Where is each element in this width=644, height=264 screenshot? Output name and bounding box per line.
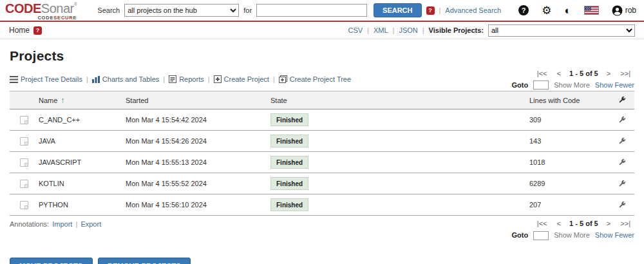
gear-icon[interactable]: ⚙ [542,5,551,16]
visible-projects-select[interactable]: all [488,24,635,37]
table-row: JAVASCRIPT Mon Mar 4 15:55:13 2024 Finis… [10,152,634,173]
page-title: Projects [10,48,634,64]
page-range-label: 1 - 5 of 5 [567,220,601,227]
row-checkbox[interactable] [20,116,28,124]
project-started: Mon Mar 4 15:54:42 2024 [126,116,270,124]
search-input[interactable] [256,4,367,17]
goto-label: Goto [512,80,529,91]
search-scope-select[interactable]: all projects on the hub [124,4,239,17]
breadcrumb: Home ? [9,26,42,35]
create-project-link[interactable]: Create Project [214,75,269,83]
plus-square-icon [214,75,222,83]
state-badge: Finished [270,113,308,126]
annotations-label: Annotations: [10,220,49,228]
export-and-filter-group: CSV | XML | JSON | Visible Projects: all [348,24,635,37]
project-name[interactable]: JAVASCRIPT [39,158,126,166]
json-export-link[interactable]: JSON [399,26,417,34]
show-fewer-link[interactable]: Show Fewer [595,230,634,241]
project-name[interactable]: PYTHON [39,201,126,209]
annotations-export-link[interactable]: Export [79,220,102,228]
pagination-bottom: |<< < 1 - 5 of 5 > >>| Goto Show More Sh… [512,218,634,241]
table-row: KOTLIN Mon Mar 4 15:55:52 2024 Finished … [10,173,634,194]
project-name[interactable]: KOTLIN [39,180,126,187]
logo-code-text: CODE [5,1,41,15]
csv-export-link[interactable]: CSV [348,26,363,34]
goto-page-input[interactable] [533,80,549,90]
help-icon[interactable]: ? [518,5,529,15]
charts-and-tables-link[interactable]: Charts and Tables [92,75,159,83]
search-button[interactable]: SEARCH [374,3,421,17]
advanced-search-link[interactable]: Advanced Search [445,6,501,14]
separator: | [422,26,424,34]
page-next-button[interactable]: > [603,70,614,77]
project-started: Mon Mar 4 15:54:26 2024 [126,137,270,145]
annotations-group: Annotations: Import | Export [10,218,102,228]
project-name[interactable]: JAVA [39,137,126,145]
goto-label: Goto [512,230,529,241]
row-settings-wrench-icon[interactable] [618,116,626,124]
row-settings-wrench-icon[interactable] [618,180,626,188]
column-header-lines[interactable]: Lines with Code [515,97,609,104]
column-header-state[interactable]: State [270,97,515,104]
user-avatar-icon [612,5,623,16]
visible-projects-label: Visible Projects: [429,26,484,34]
bar-chart-icon [92,76,100,83]
row-checkbox[interactable] [20,201,28,209]
show-more-link[interactable]: Show More [554,80,590,91]
report-document-icon [169,75,176,83]
search-help-icon[interactable]: ? [426,6,435,15]
row-checkbox[interactable] [20,158,28,167]
page-prev-button[interactable]: < [553,70,565,77]
column-header-name[interactable]: Name [39,97,57,104]
search-group: Search all projects on the hub for SEARC… [97,3,501,17]
row-checkbox[interactable] [20,180,28,188]
state-badge: Finished [270,177,308,190]
table-header-row: Name ↑ Started State Lines with Code [10,91,634,109]
breadcrumb-home-link[interactable]: Home [9,26,30,35]
reports-link[interactable]: Reports [169,75,204,83]
page-last-button[interactable]: >>| [616,220,634,227]
logo-trademark: ® [74,2,77,6]
contrast-icon[interactable]: ◐ [564,5,571,16]
show-fewer-link[interactable]: Show Fewer [595,80,634,91]
projects-toolbar: Project Tree Details | Charts and Tables… [10,75,351,91]
sort-ascending-icon[interactable]: ↑ [61,96,64,105]
separator: | [86,75,88,83]
separator: | [393,26,395,34]
language-flag-icon[interactable] [584,6,599,15]
column-header-started[interactable]: Started [126,97,270,104]
project-name[interactable]: C_AND_C++ [39,116,126,124]
page-prev-button[interactable]: < [553,220,565,227]
plus-stacked-square-icon [279,75,287,83]
move-projects-button[interactable]: MOVE PROJECTS [10,258,93,264]
state-badge: Finished [270,198,308,211]
page-last-button[interactable]: >>| [616,70,634,77]
annotations-import-link[interactable]: Import [51,220,73,228]
remove-projects-button[interactable]: REMOVE PROJECTS [98,258,191,264]
user-menu[interactable]: rob [612,5,636,16]
project-started: Mon Mar 4 15:55:13 2024 [126,158,270,166]
header-icon-group: ? ⚙ ◐ rob [518,5,636,16]
lines-with-code: 1018 [515,158,609,166]
row-settings-wrench-icon[interactable] [618,158,626,167]
row-settings-wrench-icon[interactable] [618,137,626,146]
table-row: PYTHON Mon Mar 4 15:56:10 2024 Finished … [10,194,634,216]
create-project-tree-link[interactable]: Create Project Tree [279,75,351,83]
xml-export-link[interactable]: XML [374,26,388,34]
page-range-label: 1 - 5 of 5 [567,70,601,77]
project-tree-details-link[interactable]: Project Tree Details [10,75,82,83]
table-row: JAVA Mon Mar 4 15:54:26 2024 Finished 14… [10,131,634,152]
row-settings-wrench-icon[interactable] [618,201,626,209]
page-next-button[interactable]: > [603,220,614,227]
goto-page-input[interactable] [533,231,549,240]
table-settings-wrench-icon[interactable] [618,96,626,104]
state-badge: Finished [270,135,308,147]
show-more-link[interactable]: Show More [554,230,590,241]
row-checkbox[interactable] [20,137,28,146]
page-first-button[interactable]: |<< [533,220,551,227]
project-started: Mon Mar 4 15:56:10 2024 [126,201,270,209]
separator: | [75,220,77,228]
state-badge: Finished [270,156,308,169]
breadcrumb-help-icon[interactable]: ? [33,26,42,35]
page-first-button[interactable]: |<< [533,70,551,77]
